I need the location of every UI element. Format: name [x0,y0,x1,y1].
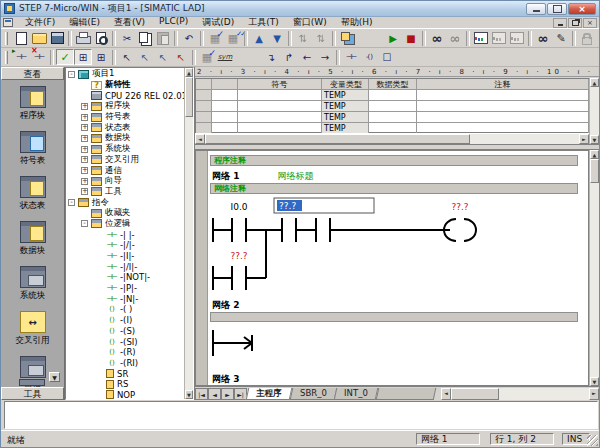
undo-icon[interactable]: ↶ [180,30,198,46]
tree-item[interactable]: -|/|- [66,240,184,251]
mdi-minimize-icon[interactable] [553,18,567,28]
view-bar-item[interactable]: 状态表 [20,176,46,212]
expand-toggle-icon[interactable]: - [68,71,75,78]
tree-item[interactable]: -|N|- [66,293,184,304]
expand-toggle-icon[interactable]: + [81,103,88,110]
expand-toggle-icon[interactable]: + [81,156,88,163]
unforce-icon[interactable] [596,30,600,46]
scroll-left-icon[interactable]: ◄ [195,134,205,144]
paste-icon[interactable] [154,30,172,46]
tab-h-scrollbar[interactable]: ◄ ► [441,388,599,400]
compile-all-icon[interactable] [224,30,242,46]
row-selector[interactable] [196,112,212,123]
close-button[interactable]: × [568,3,596,15]
expand-toggle-icon[interactable]: + [81,135,88,142]
save-icon[interactable] [48,30,66,46]
program-comment-bar[interactable]: 程序注释 [210,155,578,166]
next-tab-icon[interactable]: ► [221,388,234,400]
scroll-thumb[interactable] [185,77,193,117]
table-cell[interactable] [212,112,238,123]
menu-item[interactable]: 工具(T) [241,16,286,29]
scroll-right-icon[interactable]: ► [589,388,599,400]
pou-tab[interactable]: INT_0 [334,388,378,400]
table-cell[interactable] [417,101,589,112]
first-tab-icon[interactable]: |◄ [195,388,208,400]
minimize-button[interactable] [526,3,546,15]
print-icon[interactable] [74,30,92,46]
menu-item[interactable]: 帮助(H) [334,16,380,29]
table-cell-var-type[interactable]: TEMP [322,101,369,112]
menu-item[interactable]: PLC(P) [152,16,195,29]
tree-item[interactable]: -| |- [66,229,184,240]
table-cell[interactable] [238,90,322,101]
menu-item[interactable]: 查看(V) [107,16,152,29]
table-cell-var-type[interactable]: TEMP [322,112,369,123]
address-grid-icon[interactable] [198,49,216,65]
table-row[interactable]: TEMP [196,112,589,123]
scroll-down-icon[interactable]: ▼ [185,390,193,399]
tree-item[interactable]: + 向导 [66,176,184,187]
more-items-dropdown-icon[interactable]: ▼ [49,372,60,382]
menu-item[interactable]: 文件(F) [18,16,62,29]
line-right-icon[interactable]: → [316,49,334,65]
table-cell[interactable] [238,101,322,112]
tree-item[interactable]: -|/I|- [66,261,184,272]
menu-item[interactable]: 调试(D) [195,16,241,29]
poe-grid-icon[interactable]: ⊞ [92,49,110,65]
scroll-up-icon[interactable]: ▲ [590,150,599,159]
expand-toggle-icon[interactable]: + [81,188,88,195]
cut-icon[interactable]: ✂ [118,30,136,46]
open-file-icon[interactable] [30,30,48,46]
expand-toggle-icon[interactable]: - [81,220,88,227]
view-bar-header[interactable]: 查看 [1,67,64,80]
insert-coil-icon[interactable]: -( ) [360,49,378,65]
tree-item[interactable]: NOP [66,390,184,399]
tree-item[interactable]: - 位逻辑 [66,219,184,230]
tree-item[interactable]: + 通信 [66,165,184,176]
tree-item[interactable]: -( ) [66,304,184,315]
symbolic-view-icon[interactable]: sym [216,49,234,65]
network-2-rung[interactable] [210,326,578,360]
network-1-rung[interactable]: I0.0 ??.? ??.? ??.? [210,196,578,296]
output-window[interactable] [4,401,598,429]
pou-tab[interactable]: 主程序 [246,388,292,400]
table-cell[interactable] [369,112,417,123]
view-bar-item[interactable]: 程序块 [20,86,46,122]
force-icon[interactable] [578,30,596,46]
tree-item[interactable]: -(SI) [66,336,184,347]
insert-box-icon[interactable]: ☐ [378,49,396,65]
prev-tab-icon[interactable]: ◄ [208,388,221,400]
menu-item[interactable]: 窗口(W) [286,16,334,29]
expand-toggle-icon[interactable]: + [81,178,88,185]
network-1-label[interactable]: 网络 1网络标题 [212,170,313,183]
zoom-out-pointer-icon[interactable]: ↖ [154,49,172,65]
view-bar-item[interactable]: 符号表 [20,131,46,167]
expand-toggle-icon[interactable]: - [68,199,75,206]
table-h-scrollbar[interactable]: ◄ ► [195,133,589,144]
insert-contact-icon[interactable]: ⊣⊢ [342,49,360,65]
symbolic-addressing-icon[interactable] [56,49,74,65]
scroll-thumb[interactable] [590,159,599,183]
scroll-right-icon[interactable]: ► [579,134,589,144]
expand-toggle-icon[interactable]: + [81,114,88,121]
tree-item[interactable]: + 交叉引用 [66,155,184,166]
branch-contact-operand[interactable]: ??.? [230,251,247,261]
view-bar-item[interactable]: 系统块 [20,266,46,302]
resize-grip[interactable] [587,435,598,446]
symbol-info-table-icon[interactable]: ⊞ [74,49,92,65]
operand-edit-value[interactable]: ??.? [279,201,296,211]
tree-item[interactable]: 新特性 [66,80,184,91]
table-cell[interactable] [369,101,417,112]
table-cell[interactable] [212,90,238,101]
stop-icon[interactable]: ■ [402,30,420,46]
line-down-icon[interactable]: ↴ [262,49,280,65]
trend-chart-icon[interactable] [472,30,490,46]
mdi-restore-icon[interactable] [568,18,582,28]
scroll-thumb[interactable] [451,388,499,400]
tree-item[interactable]: -|NOT|- [66,272,184,283]
tree-item[interactable]: -|I|- [66,251,184,262]
pause-trend-icon[interactable] [490,30,508,46]
expand-toggle-icon[interactable]: + [81,167,88,174]
coil-operand[interactable]: ??.? [451,202,468,212]
maximize-button[interactable] [547,3,567,15]
